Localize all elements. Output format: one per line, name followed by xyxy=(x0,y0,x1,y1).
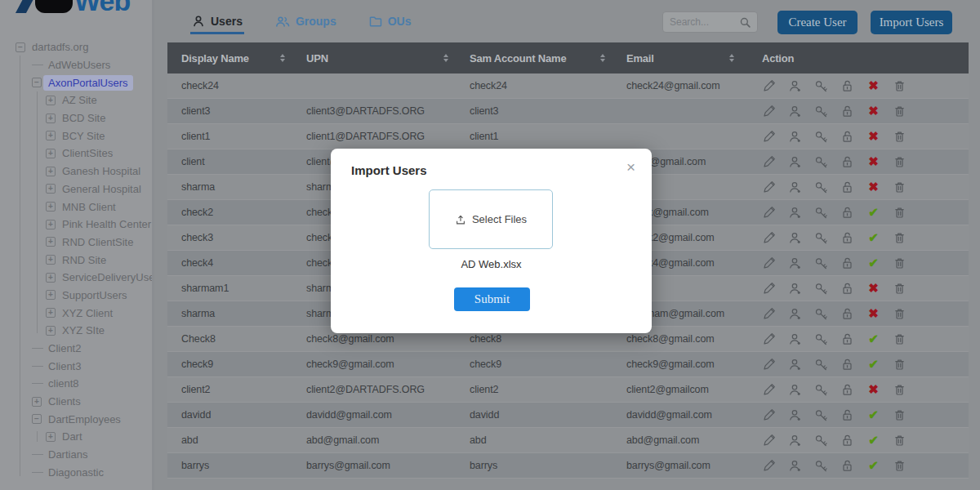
select-files-label: Select Files xyxy=(472,213,527,225)
close-icon[interactable]: × xyxy=(626,158,635,176)
submit-button[interactable]: Submit xyxy=(454,287,530,311)
modal-title: Import Users xyxy=(351,163,427,177)
select-files-dropzone[interactable]: Select Files xyxy=(429,189,553,249)
upload-icon xyxy=(455,214,466,225)
selected-file-name: AD Web.xlsx xyxy=(331,258,652,270)
import-users-modal: Import Users × Select Files AD Web.xlsx … xyxy=(331,149,652,333)
